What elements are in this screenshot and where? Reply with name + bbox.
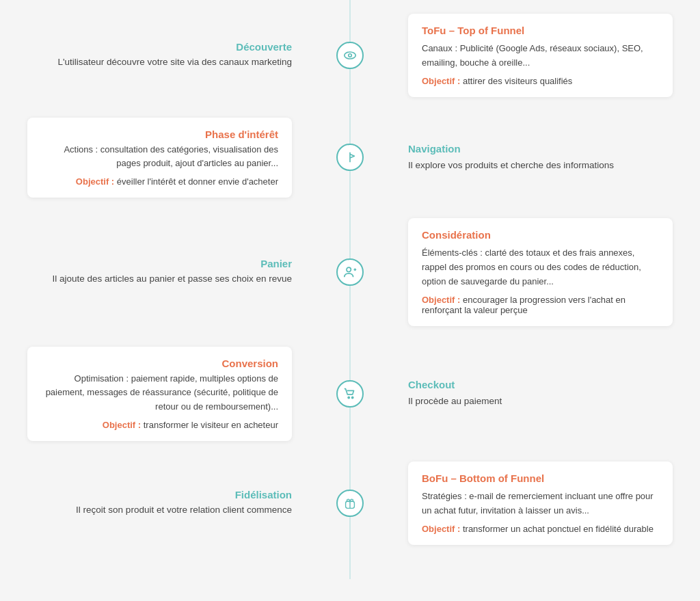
row-panier: Panier Il ajoute des articles au panier … (27, 218, 673, 325)
svg-point-3 (347, 267, 351, 271)
card-obj-tofu: Objectif : attirer des visiteurs qualifi… (422, 76, 659, 86)
gift-icon (342, 496, 358, 511)
row-conversion: Conversion Optimisation : paiement rapid… (27, 347, 673, 441)
left-decouverte: Découverte L'utilisateur découvre votre … (27, 41, 333, 69)
user-plus-icon (342, 265, 358, 280)
title-checkout: Checkout (408, 379, 673, 390)
card-obj-bofu: Objectif : transformer un achat ponctuel… (422, 524, 659, 534)
right-fidelisation: BoFu – Bottom of Funnel Stratégies : e-m… (367, 462, 673, 545)
icon-circle-fidelisation (336, 490, 364, 517)
desc-checkout: Il procède au paiement (408, 395, 673, 408)
stage-desc-decouverte: L'utilisateur découvre votre site via de… (27, 55, 292, 69)
obj-label-conversion: Objectif : (103, 420, 144, 430)
icon-decouverte (333, 42, 367, 69)
stage-desc-panier: Il ajoute des articles au panier et pass… (27, 272, 292, 286)
card-consideration: Considération Éléments-clés : clarté des… (408, 218, 673, 325)
right-panier: Considération Éléments-clés : clarté des… (367, 218, 673, 325)
obj-text-conversion: transformer le visiteur en acheteur (144, 420, 278, 430)
card-obj-consideration: Objectif : encourager la progression ver… (422, 295, 659, 315)
desc-navigation: Il explore vos produits et cherche des i… (408, 159, 673, 172)
card-tofu: ToFu – Top of Funnel Canaux : Publicité … (408, 14, 673, 97)
card-body-conversion: Optimisation : paiement rapide, multiple… (41, 372, 278, 414)
cart-icon (342, 386, 358, 401)
svg-point-6 (348, 397, 349, 398)
eye-icon (342, 48, 358, 63)
title-navigation: Navigation (408, 143, 673, 155)
left-navigation: Phase d'intérêt Actions : consultation d… (27, 118, 333, 198)
obj-label-bofu: Objectif : (422, 524, 463, 534)
left-conversion: Conversion Optimisation : paiement rapid… (27, 347, 333, 441)
row-navigation: Phase d'intérêt Actions : consultation d… (27, 118, 673, 198)
stage-label-decouverte: Découverte (27, 41, 292, 53)
left-fidelisation: Fidélisation Il reçoit son produit et vo… (27, 489, 333, 517)
card-obj-conversion: Objectif : transformer le visiteur en ac… (41, 420, 278, 430)
stage-label-fidelisation: Fidélisation (27, 489, 292, 500)
icon-conversion (333, 380, 367, 408)
card-body-bofu: Stratégies : e-mail de remerciement incl… (422, 490, 659, 518)
obj-text-bofu: transformer un achat ponctuel en fidélit… (463, 524, 654, 534)
sign-icon (342, 150, 358, 165)
card-bofu: BoFu – Bottom of Funnel Stratégies : e-m… (408, 462, 673, 545)
card-obj-interet: Objectif : éveiller l'intérêt et donner … (41, 176, 278, 187)
card-title-bofu: BoFu – Bottom of Funnel (422, 472, 659, 484)
stage-desc-fidelisation: Il reçoit son produit et votre relation … (27, 503, 292, 517)
obj-label-interet: Objectif : (76, 176, 117, 187)
icon-circle-navigation (336, 144, 364, 171)
row-fidelisation: Fidélisation Il reçoit son produit et vo… (27, 462, 673, 545)
icon-circle-decouverte (336, 42, 364, 69)
obj-text-interet: éveiller l'intérêt et donner envie d'ach… (117, 176, 278, 187)
obj-label-tofu: Objectif : (422, 76, 463, 86)
icon-panier (333, 258, 367, 286)
icon-circle-panier (336, 258, 364, 286)
card-title-tofu: ToFu – Top of Funnel (422, 25, 659, 36)
svg-point-1 (349, 54, 352, 57)
right-conversion: Checkout Il procède au paiement (367, 379, 673, 408)
stage-label-interet: Phase d'intérêt (41, 129, 278, 140)
stage-label-panier: Panier (27, 258, 292, 269)
obj-text-tofu: attirer des visiteurs qualifiés (463, 76, 572, 86)
card-phase-interet: Phase d'intérêt Actions : consultation d… (27, 118, 292, 198)
card-body-interet: Actions : consultation des catégories, v… (41, 143, 278, 172)
card-body-consideration: Éléments-clés : clarté des totaux et des… (422, 246, 659, 289)
left-panier: Panier Il ajoute des articles au panier … (27, 258, 333, 286)
obj-label-consideration: Objectif : (422, 295, 463, 305)
right-decouverte: ToFu – Top of Funnel Canaux : Publicité … (367, 14, 673, 97)
icon-fidelisation (333, 490, 367, 517)
row-decouverte: Découverte L'utilisateur découvre votre … (27, 14, 673, 97)
svg-point-0 (345, 52, 356, 59)
card-title-consideration: Considération (422, 229, 659, 241)
stage-label-conversion: Conversion (41, 358, 278, 369)
icon-navigation (333, 144, 367, 171)
page-wrapper: Découverte L'utilisateur découvre votre … (0, 0, 700, 579)
card-conversion: Conversion Optimisation : paiement rapid… (27, 347, 292, 441)
icon-circle-conversion (336, 380, 364, 408)
right-navigation: Navigation Il explore vos produits et ch… (367, 143, 673, 172)
svg-point-7 (352, 397, 353, 398)
card-body-tofu: Canaux : Publicité (Google Ads, réseaux … (422, 42, 659, 70)
